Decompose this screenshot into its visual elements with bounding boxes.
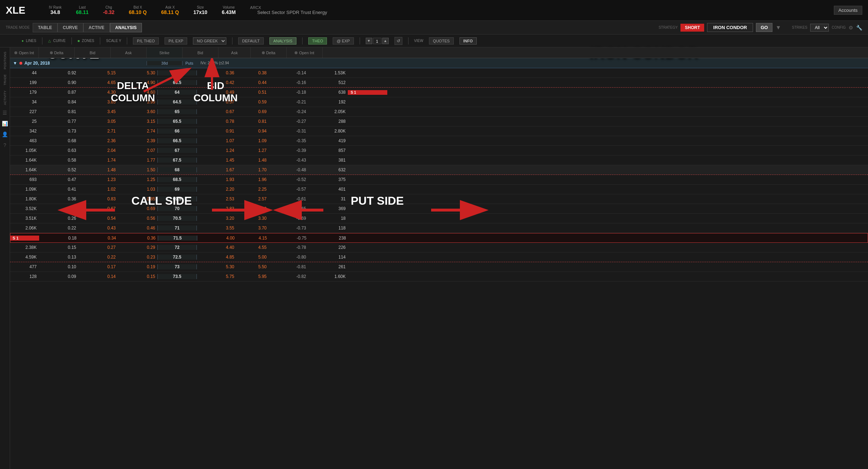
table-row[interactable]: 1.64K 0.52 1.48 1.50 68 1.67 1.70 -0.48 … <box>10 165 868 175</box>
bid-call[interactable]: 0.83 <box>78 196 118 201</box>
bid-call[interactable]: 3.05 <box>78 119 118 124</box>
ask-put[interactable]: 1.27 <box>236 148 269 153</box>
table-row[interactable]: 693 0.47 1.23 1.25 68.5 1.93 1.96 -0.52 … <box>10 175 868 185</box>
bid-call[interactable]: 0.17 <box>78 264 118 269</box>
bid-put[interactable]: 4.40 <box>197 245 236 250</box>
bid-put[interactable]: 0.49 <box>197 90 236 95</box>
table-row[interactable]: 1.80K 0.36 0.83 0.85 69.5 2.53 2.57 -0.6… <box>10 194 868 204</box>
quotes-button[interactable]: QUOTES <box>429 37 453 45</box>
bid-put[interactable]: 0.36 <box>197 70 236 75</box>
theo-button[interactable]: THEO <box>308 37 327 45</box>
config-settings-icon[interactable]: 🔧 <box>856 25 862 31</box>
bid-put[interactable]: 0.67 <box>197 109 236 114</box>
ask-call[interactable]: 2.39 <box>118 138 157 143</box>
bid-put[interactable]: 1.45 <box>197 158 236 163</box>
ask-put[interactable]: 2.92 <box>236 206 269 211</box>
table-row[interactable]: 477 0.10 0.17 0.19 73 5.30 5.50 -0.81 26… <box>10 262 868 272</box>
ask-call[interactable]: 4.90 <box>118 80 157 85</box>
ask-put[interactable]: 2.57 <box>236 196 269 201</box>
ask-call[interactable]: 0.19 <box>118 264 157 269</box>
bid-put[interactable]: 3.55 <box>197 226 236 231</box>
stepper-up-button[interactable]: ▲ <box>382 38 389 44</box>
table-row[interactable]: 44 0.92 5.15 5.30 63 0.36 0.38 -0.14 1.5… <box>10 68 868 78</box>
ask-put[interactable]: 5.95 <box>236 274 269 279</box>
expiry-row[interactable]: ▼ Apr 20, 2018 38d Puts IVx: 20.8% (±2.9… <box>10 58 868 68</box>
ask-put[interactable]: 0.38 <box>236 70 269 75</box>
bid-call[interactable]: 3.45 <box>78 109 118 114</box>
table-row[interactable]: 199 0.90 4.65 4.90 63.5 0.42 0.44 -0.16 … <box>10 78 868 88</box>
bid-call[interactable]: 0.14 <box>78 274 118 279</box>
bid-put[interactable]: 0.42 <box>197 80 236 85</box>
bid-call[interactable]: 0.22 <box>78 255 118 260</box>
bid-call[interactable]: 4.65 <box>78 80 118 85</box>
ask-call[interactable]: 1.50 <box>118 167 157 172</box>
default-button[interactable]: DEFAULT <box>238 37 264 45</box>
ask-put[interactable]: 0.81 <box>236 119 269 124</box>
bid-call[interactable]: 0.34 <box>79 236 118 241</box>
bid-put[interactable]: 2.83 <box>197 206 236 211</box>
table-row[interactable]: 227 0.81 3.45 3.60 65 0.67 0.69 -0.24 2.… <box>10 107 868 117</box>
bid-put[interactable]: 4.85 <box>197 255 236 260</box>
ask-call[interactable]: 2.74 <box>118 129 157 134</box>
tab-curve[interactable]: CURVE <box>57 23 83 32</box>
ask-call[interactable]: 4.60 <box>118 90 157 95</box>
ask-put[interactable]: 4.55 <box>236 245 269 250</box>
bid-put[interactable]: 0.91 <box>197 129 236 134</box>
person-icon[interactable]: 👤 <box>0 130 9 139</box>
bid-put[interactable]: 5.30 <box>197 264 236 269</box>
table-row[interactable]: 2.06K 0.22 0.43 0.46 71 3.55 3.70 -0.73 … <box>10 223 868 233</box>
bid-call[interactable]: 1.23 <box>78 177 118 182</box>
ask-call[interactable]: 0.56 <box>118 216 157 221</box>
ask-put[interactable]: 5.50 <box>236 264 269 269</box>
bid-put[interactable]: 3.20 <box>197 216 236 221</box>
bid-call[interactable]: 5.15 <box>78 70 118 75</box>
ask-call[interactable]: 3.15 <box>118 119 157 124</box>
table-row[interactable]: 3.51K 0.26 0.54 0.56 70.5 3.20 3.30 -0.6… <box>10 214 868 223</box>
bid-put[interactable]: 1.24 <box>197 148 236 153</box>
table-row[interactable]: 179 0.87 4.30 4.60 64 0.49 0.51 -0.18 63… <box>10 88 868 97</box>
config-filter-icon[interactable]: ⚙ <box>849 25 853 31</box>
ask-call[interactable]: 1.77 <box>118 158 157 163</box>
table-row[interactable]: 128 0.09 0.14 0.15 73.5 5.75 5.95 -0.82 … <box>10 272 868 282</box>
bid-call[interactable]: 1.48 <box>78 167 118 172</box>
pl-exp-button[interactable]: P/L EXP <box>165 37 187 45</box>
table-row[interactable]: 1.64K 0.58 1.74 1.77 67.5 1.45 1.48 -0.4… <box>10 155 868 165</box>
refresh-button[interactable]: ↺ <box>394 37 402 45</box>
strikes-select[interactable]: All <box>810 24 829 32</box>
analysis-toolbar-button[interactable]: ANALYSIS <box>269 37 296 45</box>
bid-put[interactable]: 1.93 <box>197 177 236 182</box>
ask-put[interactable]: 3.30 <box>236 216 269 221</box>
ask-call[interactable]: 2.07 <box>118 148 157 153</box>
tab-table[interactable]: TABLE <box>33 23 57 32</box>
ask-call[interactable]: 3.60 <box>118 109 157 114</box>
bid-call[interactable]: 1.02 <box>78 187 118 192</box>
bid-call[interactable]: 0.67 <box>78 206 118 211</box>
ask-put[interactable]: 0.59 <box>236 99 269 105</box>
go-button[interactable]: GO <box>756 23 772 32</box>
ask-put[interactable]: 1.09 <box>236 138 269 143</box>
bid-call[interactable]: 3.85 <box>78 99 118 105</box>
table-row[interactable]: 1.05K 0.63 2.04 2.07 67 1.24 1.27 -0.39 … <box>10 146 868 155</box>
bid-call[interactable]: 0.54 <box>78 216 118 221</box>
bid-call[interactable]: 4.30 <box>78 90 118 95</box>
ask-call[interactable]: 0.29 <box>118 245 157 250</box>
bid-put[interactable]: 1.67 <box>197 167 236 172</box>
tab-active[interactable]: ACTIVE <box>83 23 110 32</box>
table-row[interactable]: 4.59K 0.13 0.22 0.23 72.5 4.85 5.00 -0.8… <box>10 252 868 262</box>
ask-put[interactable]: 3.70 <box>236 226 269 231</box>
bid-put[interactable]: 2.53 <box>197 196 236 201</box>
bid-call[interactable]: 0.43 <box>78 226 118 231</box>
bid-call[interactable]: 1.74 <box>78 158 118 163</box>
activity-icon[interactable]: ACTIVITY <box>2 89 8 107</box>
chart-icon[interactable]: 📊 <box>0 119 9 128</box>
ask-call[interactable]: 1.03 <box>118 187 157 192</box>
bid-put[interactable]: 0.78 <box>197 119 236 124</box>
ask-put[interactable]: 1.70 <box>236 167 269 172</box>
ask-put[interactable]: 1.48 <box>236 158 269 163</box>
bid-call[interactable]: 2.04 <box>78 148 118 153</box>
table-row[interactable]: S 1 0.18 0.34 0.36 71.5 4.00 4.15 -0.75 … <box>10 233 868 243</box>
ask-put[interactable]: 2.25 <box>236 187 269 192</box>
table-row[interactable]: 25 0.77 3.05 3.15 65.5 0.78 0.81 -0.27 2… <box>10 117 868 126</box>
ask-call[interactable]: 1.25 <box>118 177 157 182</box>
ask-call[interactable]: 0.23 <box>118 255 157 260</box>
